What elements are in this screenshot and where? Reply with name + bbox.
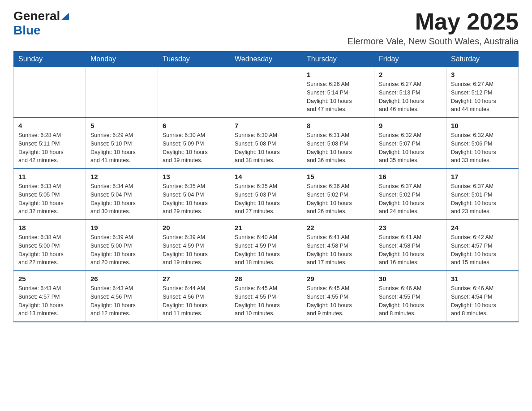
- day-number: 27: [163, 275, 225, 283]
- day-info: Sunrise: 6:27 AM Sunset: 5:13 PM Dayligh…: [379, 80, 442, 114]
- day-info: Sunrise: 6:35 AM Sunset: 5:04 PM Dayligh…: [163, 182, 225, 216]
- day-cell: 24Sunrise: 6:42 AM Sunset: 4:57 PM Dayli…: [446, 220, 519, 271]
- day-number: 30: [379, 275, 442, 283]
- week-row-5: 25Sunrise: 6:43 AM Sunset: 4:57 PM Dayli…: [14, 271, 519, 322]
- day-cell: [158, 67, 230, 118]
- day-cell: 10Sunrise: 6:32 AM Sunset: 5:06 PM Dayli…: [446, 118, 519, 169]
- day-info: Sunrise: 6:46 AM Sunset: 4:55 PM Dayligh…: [379, 284, 442, 318]
- week-row-1: 1Sunrise: 6:26 AM Sunset: 5:14 PM Daylig…: [14, 67, 519, 118]
- day-info: Sunrise: 6:37 AM Sunset: 5:02 PM Dayligh…: [379, 182, 442, 216]
- header-cell-tuesday: Tuesday: [158, 51, 230, 67]
- day-info: Sunrise: 6:30 AM Sunset: 5:08 PM Dayligh…: [235, 131, 297, 165]
- day-number: 25: [18, 275, 81, 283]
- day-cell: 5Sunrise: 6:29 AM Sunset: 5:10 PM Daylig…: [86, 118, 158, 169]
- day-cell: 18Sunrise: 6:38 AM Sunset: 5:00 PM Dayli…: [14, 220, 86, 271]
- day-info: Sunrise: 6:37 AM Sunset: 5:01 PM Dayligh…: [451, 182, 514, 216]
- day-number: 7: [235, 122, 297, 129]
- day-cell: 22Sunrise: 6:41 AM Sunset: 4:58 PM Dayli…: [302, 220, 374, 271]
- day-cell: 31Sunrise: 6:46 AM Sunset: 4:54 PM Dayli…: [446, 271, 519, 322]
- day-cell: 29Sunrise: 6:45 AM Sunset: 4:55 PM Dayli…: [302, 271, 374, 322]
- day-info: Sunrise: 6:45 AM Sunset: 4:55 PM Dayligh…: [307, 284, 369, 318]
- day-cell: 7Sunrise: 6:30 AM Sunset: 5:08 PM Daylig…: [230, 118, 302, 169]
- day-info: Sunrise: 6:43 AM Sunset: 4:57 PM Dayligh…: [18, 284, 81, 318]
- day-info: Sunrise: 6:35 AM Sunset: 5:03 PM Dayligh…: [235, 182, 297, 216]
- day-number: 16: [379, 173, 442, 180]
- week-row-2: 4Sunrise: 6:28 AM Sunset: 5:11 PM Daylig…: [14, 118, 519, 169]
- day-info: Sunrise: 6:39 AM Sunset: 4:59 PM Dayligh…: [163, 233, 225, 267]
- logo-triangle-icon: [60, 11, 70, 21]
- day-info: Sunrise: 6:32 AM Sunset: 5:06 PM Dayligh…: [451, 131, 514, 165]
- day-info: Sunrise: 6:32 AM Sunset: 5:07 PM Dayligh…: [379, 131, 442, 165]
- week-row-4: 18Sunrise: 6:38 AM Sunset: 5:00 PM Dayli…: [14, 220, 519, 271]
- day-info: Sunrise: 6:45 AM Sunset: 4:55 PM Dayligh…: [235, 284, 297, 318]
- day-number: 18: [18, 224, 81, 231]
- header-cell-saturday: Saturday: [446, 51, 519, 67]
- day-info: Sunrise: 6:31 AM Sunset: 5:08 PM Dayligh…: [307, 131, 369, 165]
- day-info: Sunrise: 6:29 AM Sunset: 5:10 PM Dayligh…: [90, 131, 153, 165]
- day-number: 21: [235, 224, 297, 231]
- day-cell: 4Sunrise: 6:28 AM Sunset: 5:11 PM Daylig…: [14, 118, 86, 169]
- day-cell: [14, 67, 86, 118]
- day-number: 29: [307, 275, 369, 283]
- day-info: Sunrise: 6:42 AM Sunset: 4:57 PM Dayligh…: [451, 233, 514, 267]
- header-cell-monday: Monday: [86, 51, 158, 67]
- day-number: 3: [451, 71, 514, 78]
- day-cell: [86, 67, 158, 118]
- day-number: 12: [90, 173, 153, 180]
- location-title: Elermore Vale, New South Wales, Australi…: [348, 36, 519, 47]
- day-cell: 19Sunrise: 6:39 AM Sunset: 5:00 PM Dayli…: [86, 220, 158, 271]
- day-cell: 17Sunrise: 6:37 AM Sunset: 5:01 PM Dayli…: [446, 169, 519, 220]
- day-number: 20: [163, 224, 225, 231]
- day-cell: 26Sunrise: 6:43 AM Sunset: 4:56 PM Dayli…: [86, 271, 158, 322]
- calendar-table: SundayMondayTuesdayWednesdayThursdayFrid…: [13, 51, 519, 322]
- day-number: 13: [163, 173, 225, 180]
- day-number: 2: [379, 71, 442, 78]
- day-cell: [230, 67, 302, 118]
- day-info: Sunrise: 6:41 AM Sunset: 4:58 PM Dayligh…: [379, 233, 442, 267]
- header-cell-wednesday: Wednesday: [230, 51, 302, 67]
- day-info: Sunrise: 6:39 AM Sunset: 5:00 PM Dayligh…: [90, 233, 153, 267]
- week-row-3: 11Sunrise: 6:33 AM Sunset: 5:05 PM Dayli…: [14, 169, 519, 220]
- logo-blue-text: Blue: [13, 23, 41, 37]
- day-cell: 12Sunrise: 6:34 AM Sunset: 5:04 PM Dayli…: [86, 169, 158, 220]
- day-number: 31: [451, 275, 514, 283]
- calendar-header: SundayMondayTuesdayWednesdayThursdayFrid…: [14, 51, 519, 67]
- svg-marker-0: [61, 13, 69, 20]
- day-info: Sunrise: 6:33 AM Sunset: 5:05 PM Dayligh…: [18, 182, 81, 216]
- day-info: Sunrise: 6:40 AM Sunset: 4:59 PM Dayligh…: [235, 233, 297, 267]
- day-cell: 20Sunrise: 6:39 AM Sunset: 4:59 PM Dayli…: [158, 220, 230, 271]
- day-number: 24: [451, 224, 514, 231]
- day-cell: 15Sunrise: 6:36 AM Sunset: 5:02 PM Dayli…: [302, 169, 374, 220]
- day-number: 5: [90, 122, 153, 129]
- day-info: Sunrise: 6:41 AM Sunset: 4:58 PM Dayligh…: [307, 233, 369, 267]
- day-cell: 28Sunrise: 6:45 AM Sunset: 4:55 PM Dayli…: [230, 271, 302, 322]
- day-cell: 11Sunrise: 6:33 AM Sunset: 5:05 PM Dayli…: [14, 169, 86, 220]
- day-info: Sunrise: 6:46 AM Sunset: 4:54 PM Dayligh…: [451, 284, 514, 318]
- day-number: 19: [90, 224, 153, 231]
- day-number: 11: [18, 173, 81, 180]
- day-cell: 9Sunrise: 6:32 AM Sunset: 5:07 PM Daylig…: [374, 118, 446, 169]
- page-header: General Blue May 2025 Elermore Vale, New…: [13, 9, 519, 47]
- day-cell: 1Sunrise: 6:26 AM Sunset: 5:14 PM Daylig…: [302, 67, 374, 118]
- day-number: 1: [307, 71, 369, 78]
- day-number: 23: [379, 224, 442, 231]
- day-info: Sunrise: 6:26 AM Sunset: 5:14 PM Dayligh…: [307, 80, 369, 114]
- title-area: May 2025 Elermore Vale, New South Wales,…: [348, 9, 519, 47]
- day-number: 6: [163, 122, 225, 129]
- header-row: SundayMondayTuesdayWednesdayThursdayFrid…: [14, 51, 519, 67]
- day-number: 28: [235, 275, 297, 283]
- day-number: 26: [90, 275, 153, 283]
- day-cell: 8Sunrise: 6:31 AM Sunset: 5:08 PM Daylig…: [302, 118, 374, 169]
- header-cell-sunday: Sunday: [14, 51, 86, 67]
- day-cell: 6Sunrise: 6:30 AM Sunset: 5:09 PM Daylig…: [158, 118, 230, 169]
- day-cell: 23Sunrise: 6:41 AM Sunset: 4:58 PM Dayli…: [374, 220, 446, 271]
- day-cell: 25Sunrise: 6:43 AM Sunset: 4:57 PM Dayli…: [14, 271, 86, 322]
- day-info: Sunrise: 6:44 AM Sunset: 4:56 PM Dayligh…: [163, 284, 225, 318]
- day-number: 22: [307, 224, 369, 231]
- day-number: 15: [307, 173, 369, 180]
- day-number: 4: [18, 122, 81, 129]
- header-cell-friday: Friday: [374, 51, 446, 67]
- day-number: 10: [451, 122, 514, 129]
- day-number: 9: [379, 122, 442, 129]
- day-info: Sunrise: 6:38 AM Sunset: 5:00 PM Dayligh…: [18, 233, 81, 267]
